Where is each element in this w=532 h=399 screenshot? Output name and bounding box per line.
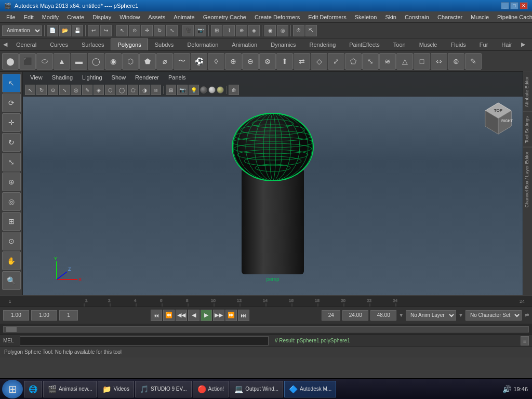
snap-grid-btn[interactable]: ⊞ <box>211 25 222 36</box>
vp-tb-rotate[interactable]: ⊙ <box>48 85 58 95</box>
menu-display[interactable]: Display <box>88 13 115 21</box>
zoom-btn[interactable]: 🔍 <box>2 271 21 290</box>
vp-tb-grid[interactable]: ⊞ <box>166 85 176 95</box>
shelf-fill-hole[interactable]: ⬠ <box>345 53 362 70</box>
save-scene-btn[interactable]: 💾 <box>72 25 83 36</box>
select-btn[interactable]: ↖ <box>116 25 128 36</box>
tab-painteffects[interactable]: PaintEffects <box>342 38 387 50</box>
menu-geometry-cache[interactable]: Geometry Cache <box>199 13 250 21</box>
range-end-field[interactable] <box>370 310 396 321</box>
vp-tb-wireframe[interactable]: ⬡ <box>105 85 115 95</box>
shelf-reduce[interactable]: ⤡ <box>362 53 379 70</box>
start-button[interactable]: ⊞ <box>2 380 23 398</box>
shelf-super-ellipsoid[interactable]: ◊ <box>208 53 224 70</box>
vp-menu-panels[interactable]: Panels <box>164 73 190 82</box>
make-live-btn[interactable]: ◎ <box>277 25 288 36</box>
prev-key-btn[interactable]: ⏪ <box>163 310 175 321</box>
range-start-field[interactable] <box>342 310 368 321</box>
hypergraph-btn[interactable]: ⛏ <box>305 25 317 36</box>
timeline-ticks[interactable]: 1 2 4 6 8 10 12 14 16 18 20 <box>18 296 514 307</box>
menu-modify[interactable]: Modify <box>38 13 63 21</box>
shelf-soccer[interactable]: ⚽ <box>191 53 207 70</box>
menu-edit-deformers[interactable]: Edit Deformers <box>304 13 350 21</box>
shelf-plane[interactable]: ▬ <box>71 53 87 70</box>
tab-fluids[interactable]: Fluids <box>444 38 472 50</box>
tab-nav-right[interactable]: ▶ <box>519 38 527 50</box>
taskbar-action[interactable]: 🔴 Action! <box>193 381 229 397</box>
maximize-button[interactable]: □ <box>510 2 518 9</box>
menu-skeleton[interactable]: Skeleton <box>351 13 381 21</box>
minimize-button[interactable]: _ <box>501 2 509 9</box>
timeline[interactable]: 1 1 2 4 6 8 10 12 14 <box>0 295 532 307</box>
vp-menu-view[interactable]: View <box>26 73 47 82</box>
history-btn[interactable]: ⏱ <box>293 25 304 36</box>
shelf-disk[interactable]: ◯ <box>88 53 104 70</box>
move-tool-btn[interactable]: ✛ <box>2 113 21 132</box>
range-slider[interactable] <box>3 326 529 332</box>
menu-animate[interactable]: Animate <box>169 13 198 21</box>
viewport[interactable]: View Shading Lighting Show Renderer Pane… <box>23 72 523 295</box>
next-key-btn[interactable]: ⏩ <box>225 310 237 321</box>
vp-menu-renderer[interactable]: Renderer <box>131 73 163 82</box>
current-frame-field[interactable] <box>3 310 29 321</box>
mel-options-btn[interactable]: ≡ <box>521 336 529 345</box>
tab-deformation[interactable]: Deformation <box>180 38 225 50</box>
shelf-triangulate[interactable]: △ <box>396 53 413 70</box>
tab-polygons[interactable]: Polygons <box>111 38 148 50</box>
soft-select-tool-btn[interactable]: ◎ <box>2 192 21 211</box>
vp-tb-scale[interactable]: ⤡ <box>59 85 70 95</box>
menu-skin[interactable]: Skin <box>381 13 400 21</box>
viewport-compass[interactable]: TOP RIGHT <box>480 100 516 137</box>
tray-speaker[interactable]: 🔊 <box>502 385 511 393</box>
vp-tb-paint[interactable]: ✎ <box>82 85 92 95</box>
tab-animation[interactable]: Animation <box>225 38 264 50</box>
tab-subdvs[interactable]: Subdvs <box>148 38 181 50</box>
tab-dynamics[interactable]: Dynamics <box>264 38 302 50</box>
paint-select-btn[interactable]: ⟳ <box>2 94 21 112</box>
menu-window[interactable]: Window <box>115 13 144 21</box>
vp-tb-sculpt[interactable]: ◈ <box>94 85 104 95</box>
range-handle[interactable] <box>6 327 17 332</box>
shelf-bridge[interactable]: ⇄ <box>294 53 310 70</box>
select-mode-btn[interactable]: ↖ <box>2 74 21 92</box>
shelf-cylinder[interactable]: ⬭ <box>36 53 53 70</box>
tab-surfaces[interactable]: Surfaces <box>75 38 111 50</box>
anim-layer-select[interactable]: No Anim Layer <box>406 310 456 321</box>
vp-tb-hud[interactable]: ⟰ <box>229 85 239 95</box>
vp-tb-shadows[interactable]: ◑ <box>139 85 150 95</box>
menu-create[interactable]: Create <box>63 13 88 21</box>
shelf-helix[interactable]: 〜 <box>174 53 190 70</box>
shelf-merge[interactable]: ⤢ <box>328 53 344 70</box>
vp-tb-lights[interactable]: 💡 <box>189 85 199 95</box>
play-back-btn[interactable]: ◀ <box>188 310 200 321</box>
shelf-extract[interactable]: ⊗ <box>259 53 276 70</box>
char-set-select[interactable]: No Character Set <box>466 310 522 321</box>
frame-step-field[interactable] <box>59 310 78 321</box>
vp-tb-smooth[interactable]: ◯ <box>116 85 127 95</box>
step-back-btn[interactable]: ◀◀ <box>176 310 187 321</box>
tab-nav-left[interactable]: ◀ <box>1 38 9 50</box>
show-manip-btn[interactable]: ⊞ <box>2 212 21 231</box>
taskbar-maya[interactable]: 🔷 Autodesk M... <box>284 381 336 397</box>
lasso-btn[interactable]: ⊙ <box>129 25 140 36</box>
snap-curve-btn[interactable]: ⌇ <box>223 25 235 36</box>
taskbar-videos[interactable]: 📁 Videos <box>98 381 134 397</box>
shelf-boolean[interactable]: ⊚ <box>448 53 464 70</box>
tab-muscle[interactable]: Muscle <box>413 38 444 50</box>
timeline-svg[interactable]: 1 2 4 6 8 10 12 14 16 18 20 <box>18 296 514 307</box>
snap-point-btn[interactable]: ⊕ <box>236 25 247 36</box>
range-dropdown-icon[interactable]: ▼ <box>398 312 404 318</box>
char-set-options[interactable]: ⇌ <box>525 312 529 318</box>
shelf-bevel[interactable]: ◇ <box>311 53 327 70</box>
universal-tool-btn[interactable]: ⊕ <box>2 172 21 191</box>
channel-box-tab[interactable]: Channel Box / Layer Editor <box>523 147 532 212</box>
vp-menu-lighting[interactable]: Lighting <box>78 73 107 82</box>
vp-menu-show[interactable]: Show <box>108 73 130 82</box>
go-start-btn[interactable]: ⏮ <box>151 310 162 321</box>
soft-select-btn[interactable]: ◉ <box>264 25 276 36</box>
shelf-combine[interactable]: ⊕ <box>225 53 242 70</box>
end-frame-field[interactable] <box>322 310 340 321</box>
shelf-sculpt[interactable]: ✎ <box>465 53 482 70</box>
menu-pipeline-cache[interactable]: Pipeline Cache <box>493 13 532 21</box>
undo-btn[interactable]: ↩ <box>88 25 99 36</box>
